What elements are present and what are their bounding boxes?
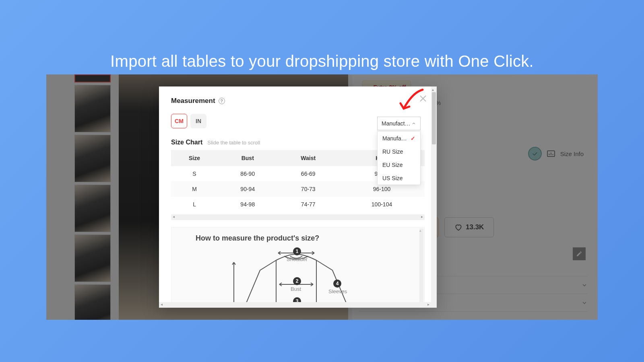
- measurement-modal: Measurement ? CM IN Manufact… Manufa…✓ R…: [159, 86, 437, 308]
- modal-title: Measurement ?: [171, 97, 425, 105]
- chevron-up-icon: [411, 121, 416, 126]
- modal-vertical-scrollbar[interactable]: [431, 86, 437, 308]
- screenshot-frame: Extra 2% off 0% Size Info Add to Cart 13…: [46, 74, 598, 320]
- size-chart-heading: Size Chart: [171, 139, 202, 146]
- dropdown-option[interactable]: Manufa…✓: [378, 132, 420, 145]
- col-header: Size: [171, 150, 218, 166]
- col-header: Bust: [218, 150, 277, 166]
- modal-horizontal-scrollbar[interactable]: [159, 302, 431, 308]
- howto-vertical-scrollbar[interactable]: [419, 228, 423, 308]
- size-system-dropdown[interactable]: Manufact… Manufa…✓ RU Size EU Size US Si…: [377, 117, 421, 185]
- headline: Import all tables to your dropshipping s…: [0, 0, 644, 70]
- help-icon[interactable]: ?: [219, 98, 225, 104]
- howto-panel: How to measure the product's size?: [171, 227, 425, 308]
- dropdown-button[interactable]: Manufact…: [377, 117, 421, 130]
- dropdown-option[interactable]: US Size: [378, 171, 420, 185]
- dropdown-menu: Manufa…✓ RU Size EU Size US Size: [377, 131, 421, 185]
- table-horizontal-scrollbar[interactable]: [171, 214, 425, 220]
- check-icon: ✓: [411, 135, 415, 142]
- measurement-diagram: 1 Shoulder 2 Bust 3 Waist 4 Sleeves: [228, 248, 365, 308]
- table-row: L94-9874-77100-104: [171, 197, 425, 212]
- dropdown-option[interactable]: RU Size: [378, 145, 420, 158]
- scroll-hint: Slide the table to scroll: [207, 140, 260, 146]
- dropdown-selected: Manufact…: [382, 120, 411, 127]
- unit-in-tab[interactable]: IN: [190, 114, 206, 128]
- howto-title: How to measure the product's size?: [196, 234, 416, 243]
- unit-cm-tab[interactable]: CM: [171, 114, 187, 128]
- col-header: Waist: [277, 150, 339, 166]
- dropdown-option[interactable]: EU Size: [378, 158, 420, 171]
- close-button[interactable]: [418, 94, 428, 103]
